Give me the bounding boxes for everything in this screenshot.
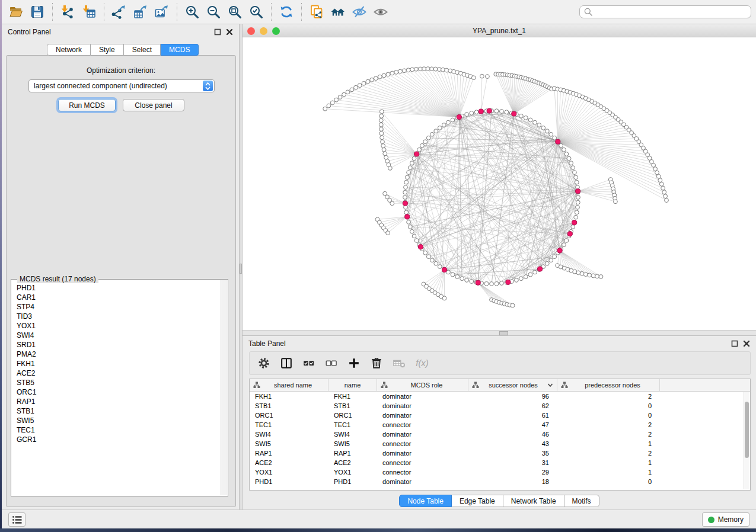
cell-name: RAP1 (328, 450, 377, 457)
list-icon (11, 515, 23, 525)
mcds-result-item[interactable]: ORC1 (17, 387, 221, 397)
export-network-icon[interactable] (109, 2, 130, 22)
column-header-MCDS-role[interactable]: MCDS role (377, 379, 468, 391)
mcds-result-item[interactable]: RAP1 (17, 397, 221, 406)
mcds-result-item[interactable]: FKH1 (17, 359, 221, 368)
mcds-result-item[interactable]: YOX1 (17, 321, 221, 331)
cell-successor-nodes: 96 (468, 393, 557, 400)
tab-network-table[interactable]: Network Table (503, 495, 564, 507)
table-row[interactable]: YOX1YOX1connector291 (250, 467, 750, 477)
tab-network[interactable]: Network (47, 44, 91, 56)
mcds-result-item[interactable]: STB1 (17, 406, 221, 416)
mcds-result-item[interactable]: CAR1 (17, 293, 221, 302)
toolbar-separator (271, 3, 272, 21)
splitter-handle[interactable] (499, 331, 508, 335)
mcds-result-item[interactable]: SWI4 (17, 331, 221, 340)
table-panel-title: Table Panel (248, 339, 286, 348)
run-mcds-button[interactable]: Run MCDS (58, 99, 116, 111)
maximize-window-icon[interactable] (272, 27, 280, 35)
right-column: YPA_prune.txt_1 Table Panel f(x) (243, 24, 756, 509)
cell-successor-nodes: 62 (468, 402, 557, 409)
tab-node-table[interactable]: Node Table (399, 495, 452, 507)
close-window-icon[interactable] (247, 27, 255, 35)
horizontal-splitter[interactable] (243, 330, 756, 336)
tab-select[interactable]: Select (124, 44, 161, 56)
table-scrollbar[interactable] (744, 392, 749, 489)
search-box[interactable] (579, 5, 751, 18)
deselect-all-icon[interactable] (322, 354, 340, 373)
mcds-result-item[interactable]: GCR1 (17, 435, 221, 444)
mcds-result-item[interactable]: PHD1 (17, 283, 221, 293)
table-row[interactable]: STB1STB1dominator620 (250, 401, 750, 411)
minimize-window-icon[interactable] (260, 27, 267, 35)
table-scrollbar-thumb[interactable] (745, 402, 749, 458)
float-panel-icon[interactable] (214, 28, 221, 36)
cell-successor-nodes: 46 (468, 431, 557, 438)
add-row-icon[interactable] (344, 354, 363, 373)
optimization-criterion-select[interactable]: largest connected component (undirected) (28, 79, 215, 92)
column-header-name[interactable]: name (328, 379, 377, 391)
table-row[interactable]: ACE2ACE2connector311 (250, 458, 750, 467)
hide-selected-icon[interactable] (349, 2, 370, 22)
table-row[interactable]: PHD1PHD1dominator180 (250, 477, 750, 486)
mcds-result-item[interactable]: STP4 (17, 302, 221, 312)
table-row[interactable]: SWI5SWI5connector431 (250, 439, 750, 448)
close-panel-icon[interactable] (226, 28, 233, 36)
settings-icon[interactable] (254, 354, 273, 373)
table-row[interactable]: ORC1ORC1dominator610 (250, 411, 750, 420)
table-row[interactable]: FKH1FKH1dominator962 (250, 392, 750, 401)
show-all-icon[interactable] (370, 2, 391, 22)
close-panel-button[interactable]: Close panel (123, 99, 184, 111)
toolbar-separator (104, 3, 104, 21)
mcds-result-item[interactable]: TEC1 (17, 425, 221, 435)
column-header-successor-nodes[interactable]: successor nodes (468, 379, 557, 391)
float-panel-icon[interactable] (731, 340, 738, 347)
mcds-result-item[interactable]: SWI5 (17, 416, 221, 425)
network-canvas[interactable] (243, 37, 756, 330)
save-session-icon[interactable] (27, 2, 48, 22)
refresh-icon[interactable] (276, 2, 297, 22)
tab-motifs[interactable]: Motifs (564, 495, 599, 507)
zoom-in-icon[interactable] (181, 2, 203, 22)
column-header-predecessor-nodes[interactable]: predecessor nodes (557, 379, 660, 391)
import-table-icon[interactable] (78, 2, 100, 22)
cell-successor-nodes: 47 (468, 421, 557, 428)
export-image-icon[interactable] (151, 2, 173, 22)
table-row[interactable]: RAP1RAP1dominator352 (250, 448, 750, 458)
cell-predecessor-nodes: 2 (557, 450, 660, 457)
memory-button[interactable]: Memory (702, 512, 749, 527)
mcds-result-item[interactable]: SRD1 (17, 340, 221, 350)
column-header-shared-name[interactable]: shared name (250, 379, 328, 391)
first-neighbors-icon[interactable] (327, 2, 349, 22)
zoom-out-icon[interactable] (203, 2, 224, 22)
tab-mcds[interactable]: MCDS (161, 44, 199, 56)
import-network-icon[interactable] (57, 2, 78, 22)
new-network-from-selection-icon[interactable] (306, 2, 327, 22)
cell-name: YOX1 (328, 469, 377, 476)
table-row[interactable]: TEC1TEC1connector472 (250, 420, 750, 430)
mcds-result-item[interactable]: ACE2 (17, 368, 221, 378)
memory-status-icon (708, 517, 714, 523)
zoom-fit-icon[interactable] (224, 2, 245, 22)
tab-style[interactable]: Style (91, 44, 124, 56)
select-all-icon[interactable] (299, 354, 318, 373)
function-icon[interactable]: f(x) (412, 354, 430, 373)
mcds-result-group: MCDS result (17 nodes) PHD1CAR1STP4TID3Y… (11, 279, 228, 496)
splitter-handle[interactable] (240, 264, 242, 274)
table-row[interactable]: SWI4SWI4dominator462 (250, 430, 750, 439)
search-input[interactable] (594, 7, 747, 17)
export-table-icon[interactable] (130, 2, 151, 22)
columns-icon[interactable] (277, 354, 295, 373)
mcds-result-item[interactable]: PMA2 (17, 350, 221, 359)
tab-edge-table[interactable]: Edge Table (452, 495, 503, 507)
delete-row-icon[interactable] (367, 354, 385, 373)
delete-table-icon[interactable] (390, 354, 408, 373)
mcds-result-item[interactable]: TID3 (17, 312, 221, 321)
cell-predecessor-nodes: 1 (557, 469, 660, 476)
zoom-selected-icon[interactable] (245, 2, 267, 22)
task-history-button[interactable] (8, 512, 25, 527)
close-panel-icon[interactable] (743, 340, 750, 347)
mcds-result-item[interactable]: STB5 (17, 378, 221, 387)
mcds-list-scrollbar[interactable] (221, 280, 227, 495)
open-session-icon[interactable] (5, 2, 27, 22)
